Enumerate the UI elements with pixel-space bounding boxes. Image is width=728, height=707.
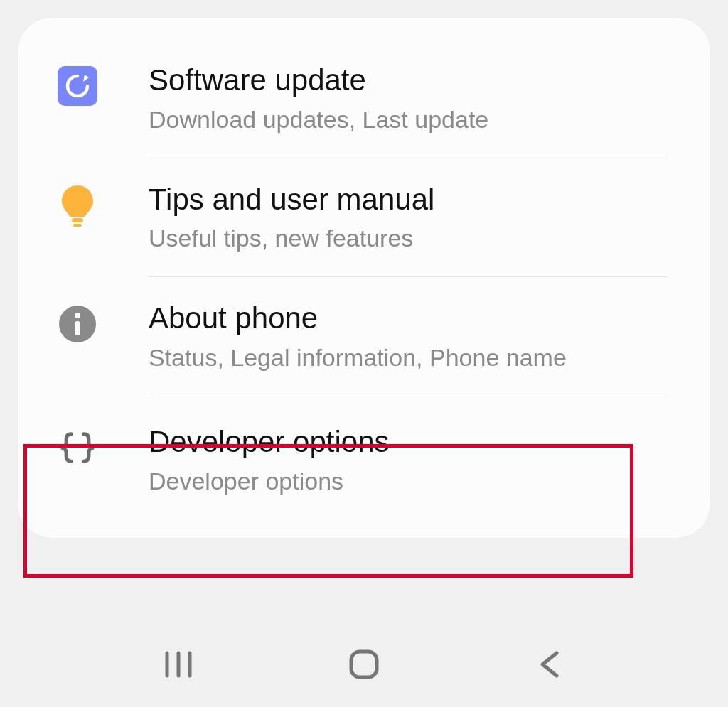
lightbulb-icon [58,185,97,225]
svg-rect-0 [58,66,97,106]
info-icon [58,304,97,344]
settings-card: Software update Download updates, Last u… [18,18,710,538]
svg-rect-1 [72,218,83,222]
settings-item-title: Tips and user manual [149,181,682,219]
svg-rect-5 [75,321,80,335]
settings-item-title: Software update [149,62,682,99]
braces-icon [58,428,97,468]
navigation-bar [0,636,728,693]
settings-item-subtitle: Status, Legal information, Phone name [149,342,682,373]
svg-rect-2 [73,224,82,227]
settings-item-subtitle: Download updates, Last update [149,104,682,135]
refresh-icon [58,66,97,106]
svg-rect-9 [351,652,377,677]
settings-item-tips[interactable]: Tips and user manual Useful tips, new fe… [18,158,710,277]
settings-item-title: About phone [149,300,682,338]
settings-item-software-update[interactable]: Software update Download updates, Last u… [18,39,710,158]
settings-item-about-phone[interactable]: About phone Status, Legal information, P… [18,277,710,396]
nav-back-button[interactable] [521,643,578,686]
settings-item-title: Developer options [149,423,682,461]
settings-item-subtitle: Developer options [149,465,682,497]
svg-point-4 [75,313,80,318]
settings-item-developer-options[interactable]: Developer options Developer options [18,396,710,524]
nav-recents-button[interactable] [150,643,207,686]
nav-home-button[interactable] [336,643,392,686]
settings-item-subtitle: Useful tips, new features [149,222,682,254]
